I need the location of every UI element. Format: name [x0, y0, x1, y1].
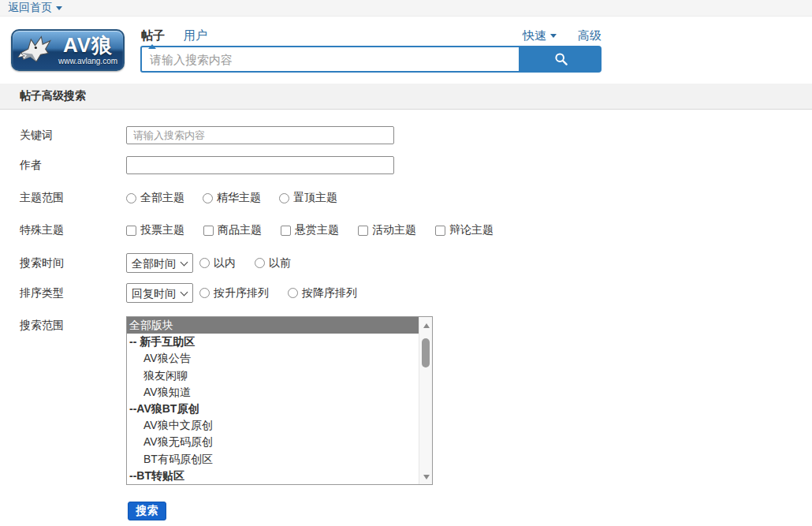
checkbox-poll-topic-input[interactable] [126, 226, 136, 236]
topic-range-row: 主题范围 全部主题 精华主题 置顶主题 [20, 191, 812, 205]
header-search-button[interactable] [520, 46, 602, 73]
header-links: 快速 高级 [523, 28, 602, 43]
keyword-row: 关键词 [20, 126, 812, 144]
search-time-select[interactable]: 全部时间 [126, 253, 193, 273]
radio-all-topics-input[interactable] [126, 193, 136, 203]
special-topic-row: 特殊主题 投票主题 商品主题 悬赏主题 活动主题 辩论主题 [20, 223, 812, 237]
radio-digest-topics-input[interactable] [203, 193, 213, 203]
site-logo[interactable]: AV狼 www.avlang.com [11, 29, 125, 71]
listbox-scrollbar[interactable] [419, 317, 432, 484]
scroll-up-button[interactable] [419, 319, 433, 330]
list-item[interactable]: AV狼无码原创 [127, 434, 419, 450]
search-time-row: 搜索时间 全部时间 以内 以前 [20, 253, 812, 273]
radio-digest-topics[interactable]: 精华主题 [203, 191, 261, 205]
checkbox-debate-topic-input[interactable] [435, 226, 445, 236]
quick-search-link[interactable]: 快速 [523, 28, 557, 43]
forum-scope-listbox[interactable]: 全部版块 -- 新手互助区 AV狼公告 狼友闲聊 AV狼知道 --AV狼BT原创… [126, 316, 433, 485]
radio-time-within-input[interactable] [199, 258, 210, 268]
radio-sort-desc-input[interactable] [288, 288, 298, 298]
author-label: 作者 [20, 159, 126, 173]
radio-sticky-topics-input[interactable] [279, 193, 289, 203]
search-scope-row: 搜索范围 全部版块 -- 新手互助区 AV狼公告 狼友闲聊 AV狼知道 --AV… [20, 316, 812, 485]
radio-sort-asc-input[interactable] [199, 288, 210, 298]
checkbox-activity-topic-input[interactable] [358, 226, 368, 236]
list-item[interactable]: -- 新手互助区 [127, 334, 419, 350]
submit-search-button[interactable]: 搜索 [128, 502, 166, 520]
list-item[interactable]: 全部版块 [127, 317, 419, 334]
list-item[interactable]: BT有码原创区 [127, 451, 419, 468]
checkbox-reward-topic[interactable]: 悬赏主题 [281, 223, 339, 237]
list-item[interactable]: AV狼公告 [127, 350, 419, 367]
caret-down-icon [56, 6, 62, 13]
keyword-label: 关键词 [20, 129, 126, 143]
radio-sticky-topics[interactable]: 置顶主题 [279, 191, 337, 205]
sort-type-label: 排序类型 [20, 286, 126, 300]
scrollbar-thumb[interactable] [422, 338, 430, 367]
topic-range-label: 主题范围 [20, 191, 126, 205]
logo-url: www.avlang.com [58, 58, 117, 65]
back-home-label: 返回首页 [8, 1, 52, 15]
list-item[interactable]: AV狼知道 [127, 384, 419, 401]
section-header: 帖子高级搜索 [0, 84, 812, 110]
wolf-icon [16, 34, 60, 67]
active-tab-pointer [148, 40, 156, 49]
checkbox-goods-topic-input[interactable] [203, 226, 214, 236]
author-input[interactable] [126, 156, 394, 174]
back-home-link[interactable]: 返回首页 [8, 1, 62, 15]
header-search-input[interactable] [140, 46, 520, 73]
page-title: 帖子高级搜索 [20, 89, 86, 103]
header-search-bar [140, 46, 602, 73]
search-icon [554, 52, 568, 66]
list-item[interactable]: 狼友闲聊 [127, 367, 419, 384]
advanced-search-form: 关键词 作者 主题范围 全部主题 精华主题 置顶主题 特殊主题 [0, 110, 812, 520]
radio-time-before-input[interactable] [255, 258, 265, 268]
logo-title: AV狼 [63, 35, 113, 55]
checkbox-activity-topic[interactable]: 活动主题 [358, 223, 416, 237]
checkbox-debate-topic[interactable]: 辩论主题 [435, 223, 494, 237]
sort-type-row: 排序类型 回复时间 按升序排列 按降序排列 [20, 283, 812, 303]
radio-time-within[interactable]: 以内 [199, 256, 236, 270]
radio-sort-desc[interactable]: 按降序排列 [288, 286, 357, 300]
topbar: 返回首页 [0, 0, 812, 17]
caret-down-icon [550, 34, 557, 41]
triangle-down-icon [423, 475, 430, 483]
list-item[interactable]: --BT转贴区 [127, 468, 419, 484]
checkbox-reward-topic-input[interactable] [281, 226, 291, 236]
radio-all-topics[interactable]: 全部主题 [126, 191, 184, 205]
list-item[interactable]: --AV狼BT原创 [127, 401, 419, 417]
radio-sort-asc[interactable]: 按升序排列 [199, 286, 269, 300]
special-topic-label: 特殊主题 [20, 223, 126, 237]
search-time-label: 搜索时间 [20, 256, 126, 270]
keyword-input[interactable] [126, 126, 394, 144]
scroll-down-button[interactable] [419, 472, 433, 483]
author-row: 作者 [20, 156, 812, 174]
tab-users[interactable]: 用户 [184, 28, 207, 43]
list-item[interactable]: AV狼中文原创 [127, 417, 419, 434]
sort-type-select-wrap: 回复时间 [126, 283, 193, 303]
advanced-search-link[interactable]: 高级 [578, 28, 602, 43]
checkbox-poll-topic[interactable]: 投票主题 [126, 223, 184, 237]
header: AV狼 www.avlang.com 帖子 用户 快速 高级 [0, 17, 812, 84]
search-scope-label: 搜索范围 [20, 316, 126, 333]
radio-time-before[interactable]: 以前 [255, 256, 291, 270]
search-time-select-wrap: 全部时间 [126, 253, 193, 273]
checkbox-goods-topic[interactable]: 商品主题 [203, 223, 262, 237]
triangle-up-icon [423, 320, 430, 328]
sort-type-select[interactable]: 回复时间 [126, 283, 193, 303]
